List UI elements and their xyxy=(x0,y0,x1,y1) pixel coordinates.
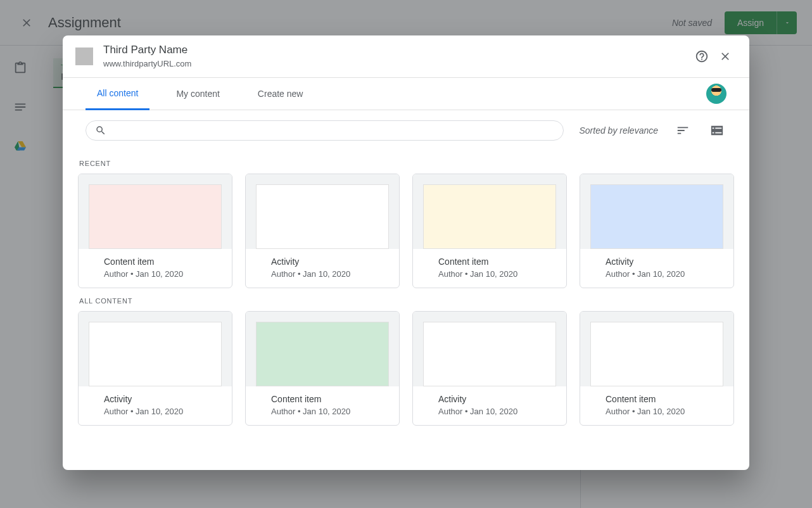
list-view-icon[interactable] xyxy=(707,121,726,140)
card-title: Activity xyxy=(606,257,708,267)
card-thumb-wrap xyxy=(413,312,566,386)
dialog-tabs: All content My content Create new xyxy=(63,78,749,110)
dialog-url: www.thirdpartyURL.com xyxy=(103,58,690,70)
card-subtitle: Author • Jan 10, 2020 xyxy=(438,269,541,279)
card-subtitle: Author • Jan 10, 2020 xyxy=(606,269,708,279)
card-thumb-wrap xyxy=(246,312,399,386)
card-thumb-wrap xyxy=(413,174,566,249)
card-meta: ActivityAuthor • Jan 10, 2020 xyxy=(413,386,566,425)
card-meta: Content itemAuthor • Jan 10, 2020 xyxy=(79,249,232,288)
tab-create-new[interactable]: Create new xyxy=(246,79,315,109)
sort-label: Sorted by relevance xyxy=(579,125,658,136)
search-icon xyxy=(95,125,106,136)
section-label-all: ALL CONTENT xyxy=(79,297,734,305)
card-title: Content item xyxy=(104,257,206,267)
card-meta: Content itemAuthor • Jan 10, 2020 xyxy=(413,249,566,288)
section-label-recent: RECENT xyxy=(79,160,734,167)
tab-all-content[interactable]: All content xyxy=(86,78,149,110)
content-card[interactable]: ActivityAuthor • Jan 10, 2020 xyxy=(580,174,734,288)
card-thumb-wrap xyxy=(79,174,232,249)
card-subtitle: Author • Jan 10, 2020 xyxy=(104,269,206,279)
search-input[interactable] xyxy=(113,125,554,136)
dialog-close-icon[interactable] xyxy=(714,45,737,68)
card-title: Content item xyxy=(606,394,708,404)
card-thumbnail xyxy=(89,184,222,249)
content-card[interactable]: Content itemAuthor • Jan 10, 2020 xyxy=(245,311,400,426)
card-title: Content item xyxy=(271,394,374,404)
card-subtitle: Author • Jan 10, 2020 xyxy=(104,407,206,416)
dialog-title: Third Party Name xyxy=(103,43,690,57)
content-card[interactable]: Content itemAuthor • Jan 10, 2020 xyxy=(580,311,734,426)
dialog-body: RECENT Content itemAuthor • Jan 10, 2020… xyxy=(63,146,749,470)
card-thumbnail xyxy=(256,184,389,249)
card-thumbnail xyxy=(423,322,556,386)
content-card[interactable]: ActivityAuthor • Jan 10, 2020 xyxy=(78,311,232,426)
card-thumbnail xyxy=(590,184,723,249)
card-thumbnail xyxy=(590,322,723,386)
content-card[interactable]: ActivityAuthor • Jan 10, 2020 xyxy=(412,311,567,426)
card-thumbnail xyxy=(89,322,222,386)
card-meta: Content itemAuthor • Jan 10, 2020 xyxy=(246,386,399,425)
card-meta: Content itemAuthor • Jan 10, 2020 xyxy=(580,386,733,425)
card-title: Activity xyxy=(271,257,374,267)
content-card[interactable]: Content itemAuthor • Jan 10, 2020 xyxy=(78,174,232,288)
card-thumb-wrap xyxy=(79,312,232,386)
card-thumbnail xyxy=(256,322,389,386)
card-subtitle: Author • Jan 10, 2020 xyxy=(606,407,708,416)
dialog-title-block: Third Party Name www.thirdpartyURL.com xyxy=(103,43,690,70)
card-thumbnail xyxy=(423,184,556,249)
third-party-logo xyxy=(75,48,93,65)
content-card[interactable]: Content itemAuthor • Jan 10, 2020 xyxy=(412,174,567,288)
card-thumb-wrap xyxy=(580,174,733,249)
card-title: Content item xyxy=(438,257,541,267)
tab-my-content[interactable]: My content xyxy=(165,79,231,109)
card-title: Activity xyxy=(104,394,206,404)
all-content-grid: ActivityAuthor • Jan 10, 2020Content ite… xyxy=(78,311,734,426)
card-thumb-wrap xyxy=(580,312,733,386)
content-card[interactable]: ActivityAuthor • Jan 10, 2020 xyxy=(245,174,400,288)
content-picker-dialog: Third Party Name www.thirdpartyURL.com A… xyxy=(63,35,749,470)
avatar[interactable] xyxy=(706,84,726,104)
card-meta: ActivityAuthor • Jan 10, 2020 xyxy=(79,386,232,425)
sort-icon[interactable] xyxy=(673,121,692,140)
card-thumb-wrap xyxy=(246,174,399,249)
card-title: Activity xyxy=(438,394,541,404)
controls-row: Sorted by relevance xyxy=(63,110,749,146)
card-subtitle: Author • Jan 10, 2020 xyxy=(271,407,374,416)
card-subtitle: Author • Jan 10, 2020 xyxy=(271,269,374,279)
card-subtitle: Author • Jan 10, 2020 xyxy=(438,407,541,416)
help-icon[interactable] xyxy=(690,44,714,68)
dialog-header: Third Party Name www.thirdpartyURL.com xyxy=(63,35,749,78)
card-meta: ActivityAuthor • Jan 10, 2020 xyxy=(580,249,733,288)
card-meta: ActivityAuthor • Jan 10, 2020 xyxy=(246,249,399,288)
recent-grid: Content itemAuthor • Jan 10, 2020Activit… xyxy=(78,174,734,288)
search-box[interactable] xyxy=(86,120,564,141)
